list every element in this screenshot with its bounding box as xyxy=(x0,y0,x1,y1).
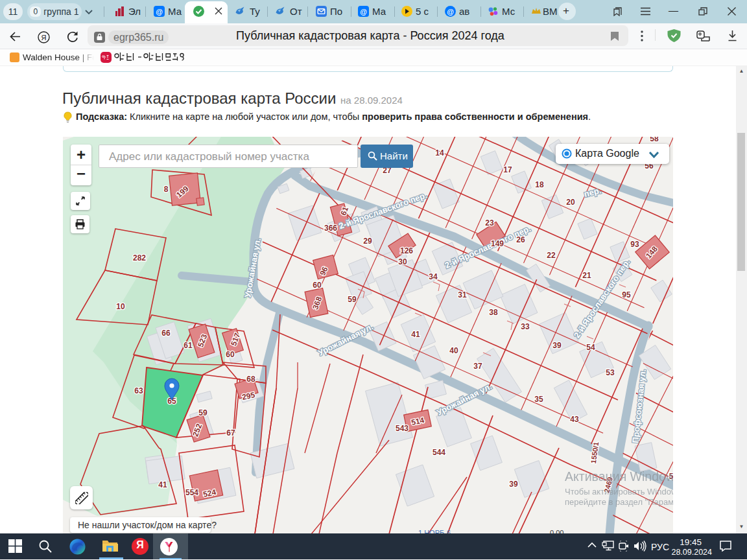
svg-text:31: 31 xyxy=(458,290,467,299)
svg-text:39: 39 xyxy=(552,341,562,350)
svg-text:67: 67 xyxy=(226,428,235,438)
svg-text:60: 60 xyxy=(313,281,322,290)
svg-text:554: 554 xyxy=(185,488,198,497)
svg-text:26: 26 xyxy=(516,235,525,244)
svg-text:8: 8 xyxy=(164,185,169,194)
svg-text:10: 10 xyxy=(116,302,125,311)
svg-text:33: 33 xyxy=(521,322,530,331)
svg-text:126: 126 xyxy=(400,246,413,255)
svg-text:282: 282 xyxy=(133,253,146,262)
svg-text:Активация Windows: Активация Windows xyxy=(565,469,673,484)
svg-text:53: 53 xyxy=(606,368,615,377)
svg-text:60: 60 xyxy=(226,350,235,359)
svg-text:30: 30 xyxy=(398,257,407,266)
svg-text:95: 95 xyxy=(622,290,631,299)
svg-text:39: 39 xyxy=(509,480,518,489)
svg-text:1 НОРБ-6: 1 НОРБ-6 xyxy=(418,529,451,533)
svg-text:543: 543 xyxy=(396,424,409,433)
svg-text:35: 35 xyxy=(534,395,543,404)
svg-text:0,00: 0,00 xyxy=(550,529,563,533)
svg-text:20: 20 xyxy=(566,198,575,207)
svg-text:66: 66 xyxy=(161,329,171,338)
svg-text:Я: Я xyxy=(42,34,47,41)
svg-text:@: @ xyxy=(360,8,367,16)
svg-text:17: 17 xyxy=(503,165,512,174)
svg-text:59: 59 xyxy=(348,295,357,304)
svg-text:43: 43 xyxy=(570,415,579,424)
svg-text:18: 18 xyxy=(535,180,544,189)
svg-text:29: 29 xyxy=(363,237,372,246)
svg-text:68: 68 xyxy=(246,375,255,384)
svg-text:14: 14 xyxy=(435,148,444,158)
svg-text:63: 63 xyxy=(134,386,143,395)
svg-text:54: 54 xyxy=(586,343,595,352)
svg-text:38: 38 xyxy=(489,308,498,317)
svg-text:перейдите в раздел "Параметры": перейдите в раздел "Параметры". xyxy=(565,497,673,507)
svg-text:93: 93 xyxy=(630,240,639,249)
svg-text:41: 41 xyxy=(158,480,167,489)
svg-text:544: 544 xyxy=(433,448,445,457)
svg-text:23: 23 xyxy=(485,218,494,228)
svg-text:149: 149 xyxy=(491,239,504,248)
svg-text:Чтобы активировать Windows,: Чтобы активировать Windows, xyxy=(565,487,673,496)
svg-text:37: 37 xyxy=(473,362,482,371)
svg-text:@: @ xyxy=(156,8,163,16)
svg-text:40: 40 xyxy=(449,346,458,355)
svg-text:22: 22 xyxy=(547,251,556,260)
svg-text:21: 21 xyxy=(582,271,591,280)
svg-text:34: 34 xyxy=(429,272,438,281)
svg-text:366: 366 xyxy=(324,224,337,233)
svg-text:58: 58 xyxy=(650,137,659,143)
svg-text:61: 61 xyxy=(184,341,193,350)
svg-text:@: @ xyxy=(447,8,454,16)
svg-text:59: 59 xyxy=(198,408,208,417)
svg-text:41: 41 xyxy=(411,330,420,339)
